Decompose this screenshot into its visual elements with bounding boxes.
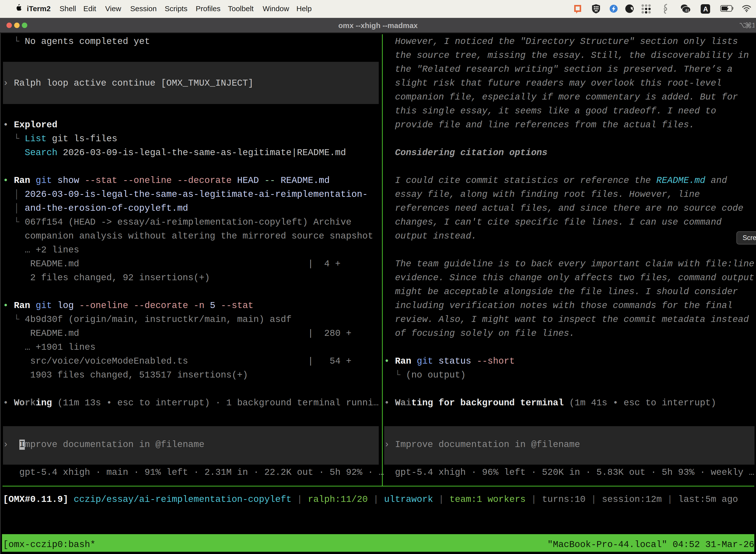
svg-text:..61: ..61 (684, 8, 690, 12)
svg-text:A: A (703, 5, 708, 13)
svg-text:1: 1 (752, 21, 755, 29)
